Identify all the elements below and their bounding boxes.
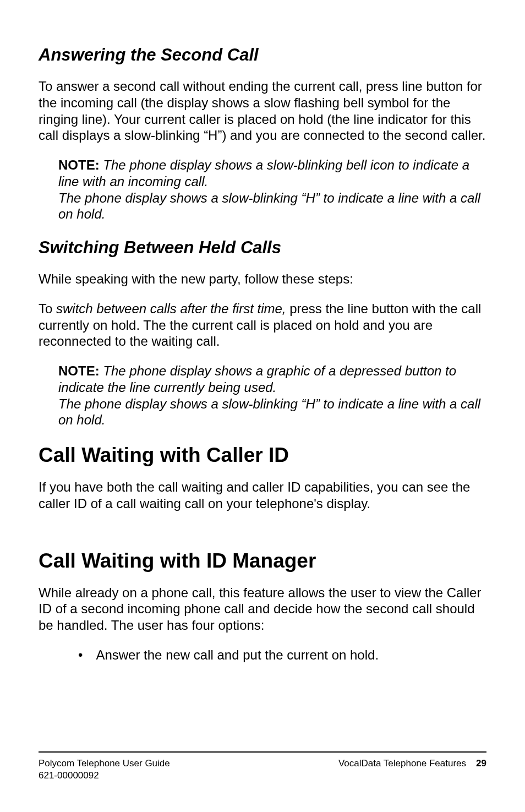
para-switching-steps: To switch between calls after the first … (39, 301, 486, 350)
note-label: NOTE: (58, 363, 100, 378)
text-pre: To (39, 301, 56, 316)
heading-switching-held-calls: Switching Between Held Calls (39, 238, 486, 258)
note-text: NOTE: The phone display shows a graphic … (58, 363, 486, 428)
para-switching-intro: While speaking with the new party, follo… (39, 271, 486, 287)
footer-section-label: VocalData Telephone Features (338, 758, 466, 769)
page-footer: Polycom Telephone User Guide VocalData T… (39, 751, 486, 781)
note-switching-held-calls: NOTE: The phone display shows a graphic … (58, 363, 486, 428)
heading-call-waiting-caller-id: Call Waiting with Caller ID (39, 444, 486, 467)
footer-left-title: Polycom Telephone User Guide (39, 758, 170, 769)
note-text: NOTE: The phone display shows a slow-bli… (58, 157, 486, 222)
footer-line: Polycom Telephone User Guide VocalData T… (39, 758, 486, 769)
note-body: The phone display shows a slow-blinking … (58, 157, 480, 221)
note-body: The phone display shows a graphic of a d… (58, 363, 480, 427)
page-number: 29 (476, 758, 486, 769)
text-italic: switch between calls after the first tim… (56, 301, 286, 316)
footer-rule (39, 751, 486, 753)
heading-call-waiting-id-manager: Call Waiting with ID Manager (39, 549, 486, 573)
para-call-waiting-caller-id: If you have both the call waiting and ca… (39, 479, 486, 512)
list-item: • Answer the new call and put the curren… (78, 647, 486, 663)
footer-left-docnum: 621-00000092 (39, 770, 486, 781)
note-answering-second-call: NOTE: The phone display shows a slow-bli… (58, 157, 486, 222)
para-answering-second-call: To answer a second call without ending t… (39, 78, 486, 144)
footer-right: VocalData Telephone Features29 (338, 758, 486, 769)
heading-answering-second-call: Answering the Second Call (39, 45, 486, 65)
bullet-icon: • (78, 647, 96, 663)
para-call-waiting-id-manager: While already on a phone call, this feat… (39, 585, 486, 634)
note-label: NOTE: (58, 157, 100, 172)
list-item-text: Answer the new call and put the current … (96, 647, 379, 663)
